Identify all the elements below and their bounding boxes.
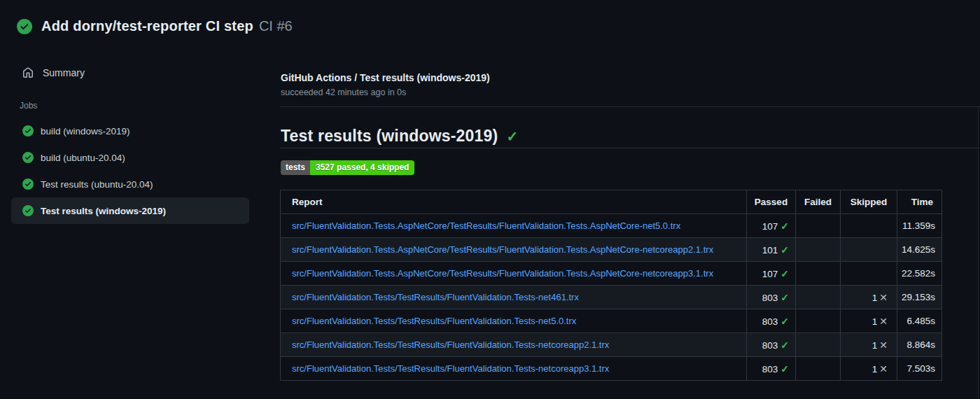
divider (280, 148, 980, 148)
sidebar-job-label: build (windows-2019) (41, 126, 130, 136)
failed-cell (796, 214, 841, 238)
check-icon: ✓ (780, 340, 789, 351)
check-icon: ✓ (780, 220, 789, 232)
report-cell: src/FluentValidation.Tests.AspNetCore/Te… (281, 238, 747, 262)
table-row: src/FluentValidation.Tests.AspNetCore/Te… (281, 262, 942, 286)
report-link[interactable]: src/FluentValidation.Tests.AspNetCore/Te… (292, 220, 680, 231)
badge-label: tests (281, 160, 310, 175)
report-link[interactable]: src/FluentValidation.Tests.AspNetCore/Te… (292, 268, 713, 279)
scrollbar-track[interactable] (978, 107, 979, 399)
badge-value: 3527 passed, 4 skipped (310, 160, 414, 175)
passed-cell: 803✓ (747, 333, 796, 357)
section-heading: Test results (windows-2019) ✓ (281, 127, 518, 146)
sidebar-summary-label: Summary (43, 67, 85, 78)
time-cell: 11.359s (897, 214, 942, 238)
time-cell: 14.625s (897, 238, 942, 262)
skipped-cell (841, 262, 897, 286)
failed-cell (796, 262, 841, 286)
cross-icon: ✕ (879, 363, 888, 374)
check-circle-icon (22, 205, 34, 216)
sidebar-job-label: build (ubuntu-20.04) (41, 153, 125, 163)
divider (280, 106, 980, 107)
sidebar-job-label: Test results (ubuntu-20.04) (41, 179, 153, 190)
time-cell: 6.485s (897, 309, 942, 333)
table-row: src/FluentValidation.Tests.AspNetCore/Te… (281, 214, 942, 238)
report-cell: src/FluentValidation.Tests/TestResults/F… (281, 286, 747, 309)
sidebar-job-item[interactable]: build (windows-2019) (11, 118, 249, 144)
report-link[interactable]: src/FluentValidation.Tests/TestResults/F… (292, 340, 609, 350)
sidebar: Summary Jobs build (windows-2019) build … (11, 62, 249, 224)
time-cell: 29.153s (897, 286, 942, 309)
workflow-run-page: { "header": { "title": "Add dorny/test-r… (0, 0, 980, 399)
sidebar-job-item[interactable]: Test results (ubuntu-20.04) (11, 171, 249, 197)
skipped-cell (841, 238, 897, 262)
run-header: Add dorny/test-reporter CI step CI #6 (17, 18, 293, 34)
passed-cell: 803✓ (747, 357, 796, 381)
failed-cell (796, 238, 841, 262)
passed-cell: 107✓ (747, 214, 796, 238)
tests-badge: tests 3527 passed, 4 skipped (281, 160, 414, 175)
check-icon: ✓ (780, 316, 789, 327)
section-title: Test results (windows-2019) (281, 127, 498, 146)
check-circle-icon (17, 19, 32, 34)
sidebar-jobs-header: Jobs (20, 101, 249, 111)
table-row: src/FluentValidation.Tests/TestResults/F… (281, 286, 942, 309)
report-link[interactable]: src/FluentValidation.Tests/TestResults/F… (292, 292, 579, 302)
report-cell: src/FluentValidation.Tests.AspNetCore/Te… (281, 214, 747, 238)
check-icon: ✓ (780, 268, 789, 279)
table-row: src/FluentValidation.Tests/TestResults/F… (281, 333, 942, 357)
sidebar-job-item[interactable]: Test results (windows-2019) (11, 197, 249, 224)
failed-cell (796, 333, 841, 357)
column-header-passed: Passed (747, 190, 796, 214)
check-circle-icon (22, 178, 34, 190)
cross-icon: ✕ (879, 292, 888, 303)
check-run-status: succeeded 42 minutes ago in 0s (281, 88, 406, 97)
check-icon: ✓ (506, 128, 518, 145)
report-cell: src/FluentValidation.Tests/TestResults/F… (281, 357, 747, 381)
report-link[interactable]: src/FluentValidation.Tests/TestResults/F… (292, 363, 609, 374)
table-row: src/FluentValidation.Tests.AspNetCore/Te… (281, 238, 942, 262)
table-header-row: Report Passed Failed Skipped Time (281, 190, 942, 214)
skipped-cell: 1✕ (841, 309, 897, 333)
check-run-title: GitHub Actions / Test results (windows-2… (281, 72, 490, 83)
column-header-skipped: Skipped (841, 190, 897, 214)
home-icon (22, 67, 34, 78)
check-icon: ✓ (780, 244, 789, 255)
time-cell: 22.582s (897, 262, 942, 286)
skipped-cell: 1✕ (841, 357, 897, 381)
sidebar-job-list: build (windows-2019) build (ubuntu-20.04… (11, 118, 249, 224)
sidebar-item-summary[interactable]: Summary (11, 62, 249, 84)
passed-cell: 101✓ (747, 238, 796, 262)
failed-cell (796, 309, 841, 333)
check-circle-icon (22, 152, 34, 163)
report-cell: src/FluentValidation.Tests/TestResults/F… (281, 333, 747, 357)
column-header-time: Time (897, 190, 942, 214)
report-link[interactable]: src/FluentValidation.Tests/TestResults/F… (292, 316, 576, 326)
time-cell: 8.864s (897, 333, 942, 357)
time-cell: 7.503s (897, 357, 942, 381)
skipped-cell: 1✕ (841, 333, 897, 357)
report-cell: src/FluentValidation.Tests/TestResults/F… (281, 309, 747, 333)
skipped-cell (841, 214, 897, 238)
cross-icon: ✕ (879, 340, 888, 351)
passed-cell: 803✓ (747, 309, 796, 333)
check-circle-icon (22, 125, 34, 136)
failed-cell (796, 357, 841, 381)
run-title: Add dorny/test-reporter CI step (41, 18, 253, 34)
sidebar-job-label: Test results (windows-2019) (41, 206, 166, 216)
cross-icon: ✕ (879, 316, 888, 327)
failed-cell (796, 286, 841, 309)
report-cell: src/FluentValidation.Tests.AspNetCore/Te… (281, 262, 747, 286)
column-header-failed: Failed (796, 190, 841, 214)
column-header-report: Report (281, 190, 747, 214)
check-icon: ✓ (780, 292, 789, 303)
test-results-table: Report Passed Failed Skipped Time src/Fl… (280, 190, 942, 381)
table-row: src/FluentValidation.Tests/TestResults/F… (281, 357, 942, 381)
passed-cell: 803✓ (747, 286, 796, 309)
passed-cell: 107✓ (747, 262, 796, 286)
report-link[interactable]: src/FluentValidation.Tests.AspNetCore/Te… (292, 244, 713, 255)
run-number: CI #6 (259, 18, 293, 34)
table-row: src/FluentValidation.Tests/TestResults/F… (281, 309, 942, 333)
sidebar-job-item[interactable]: build (ubuntu-20.04) (11, 144, 249, 171)
skipped-cell: 1✕ (841, 286, 897, 309)
